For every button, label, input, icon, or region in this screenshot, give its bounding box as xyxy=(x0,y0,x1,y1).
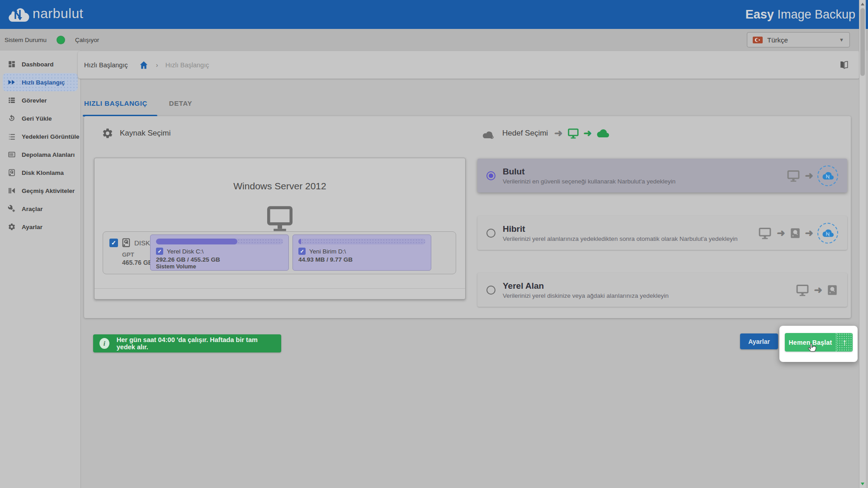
sidebar-item-geri-yukle[interactable]: Geri Yükle xyxy=(0,109,80,127)
sidebar-item-hizli-baslangic[interactable]: Hızlı Başlangıç xyxy=(3,73,78,91)
target-option-yerel-alan[interactable]: Yerel Alan Verilerinizi yerel diskinize … xyxy=(477,273,847,307)
sidebar-item-label: Ayarlar xyxy=(22,224,42,230)
scroll-down-arrow-icon[interactable] xyxy=(861,483,864,485)
volume-checkbox[interactable]: ✓ xyxy=(298,248,306,255)
breadcrumb-page-title: Hızlı Başlangıç xyxy=(84,61,128,69)
server-monitor-icon xyxy=(263,203,297,233)
sidebar-item-depolama-alanlari[interactable]: Depolama Alanları xyxy=(0,145,80,164)
sidebar-item-ayarlar[interactable]: Ayarlar xyxy=(0,218,80,236)
hdd-icon xyxy=(826,284,838,296)
breadcrumb-chevron-icon: › xyxy=(156,61,158,69)
sidebar-item-label: Görevler xyxy=(22,97,47,104)
arrow-right-icon: ➜ xyxy=(554,127,562,139)
settings-gear-icon xyxy=(7,222,16,231)
scrollbar-thumb[interactable] xyxy=(860,8,865,76)
cloud-sync-icon xyxy=(481,127,496,139)
turkish-flag-icon xyxy=(753,37,763,43)
start-now-button[interactable]: Hemen Başlat ↑ xyxy=(785,333,853,352)
volume-usage-text: 44.93 MB / 9.77 GB xyxy=(298,256,425,263)
restore-icon xyxy=(7,114,16,123)
sidebar-item-label: Hızlı Başlangıç xyxy=(22,79,65,86)
narbulut-cloud-logo-icon xyxy=(6,5,30,24)
product-title: Easy Image Backup xyxy=(745,8,855,22)
volume-usage-fill xyxy=(298,239,301,244)
tab-label: HIZLI BAŞLANGIÇ xyxy=(84,99,147,107)
target-option-hibrit[interactable]: Hibrit Verilerinizi yerel alanlarınıza y… xyxy=(477,216,847,250)
arrow-right-icon: ➜ xyxy=(814,284,822,296)
logo-text: narbulut xyxy=(33,6,83,21)
monitor-icon xyxy=(757,226,773,240)
tab-bar: HIZLI BAŞLANGIÇ DETAY xyxy=(84,95,214,113)
sidebar-item-label: Dashboard xyxy=(22,61,54,68)
scroll-up-arrow-icon[interactable] xyxy=(861,3,864,5)
option-title: Bulut xyxy=(503,167,675,177)
history-rewind-icon xyxy=(7,186,16,195)
tab-detay[interactable]: DETAY xyxy=(169,95,202,113)
language-select[interactable]: Türkçe ▼ xyxy=(747,32,850,47)
narbulut-cloud-badge-icon xyxy=(817,223,838,244)
system-status-value: Çalışıyor xyxy=(75,37,99,43)
sidebar-item-label: Geri Yükle xyxy=(22,115,52,122)
system-status-label: Sistem Durumu xyxy=(5,37,47,43)
target-flow-icons: ➜ ➜ xyxy=(554,127,610,139)
radio-selected-icon[interactable] xyxy=(486,171,495,180)
sidebar-item-araclar[interactable]: Araçlar xyxy=(0,200,80,218)
option-flow-icons: ➜ xyxy=(786,165,838,186)
chevron-down-icon: ▼ xyxy=(839,37,844,42)
source-selection-title: Kaynak Seçimi xyxy=(120,129,170,138)
volume-usage-track xyxy=(156,239,283,244)
vertical-scrollbar[interactable] xyxy=(859,0,866,488)
sidebar-item-label: Depolama Alanları xyxy=(22,151,75,158)
docs-book-icon[interactable] xyxy=(839,60,849,70)
volume-usage-fill xyxy=(156,239,237,244)
option-description: Verilerinizi yerel alanlarınıza yedekled… xyxy=(503,235,738,242)
volume-card-c[interactable]: ✓ Yerel Disk C:\ 292.26 GB / 455.25 GB S… xyxy=(150,235,289,271)
cursor-hand-icon xyxy=(807,342,818,355)
volume-usage-track xyxy=(298,239,425,244)
app-bar: narbulut Easy Image Backup xyxy=(0,0,868,29)
source-selection-header: Kaynak Seçimi xyxy=(102,127,170,139)
tab-hizli-baslangic[interactable]: HIZLI BAŞLANGIÇ xyxy=(84,95,157,113)
sidebar-item-disk-klonlama[interactable]: Disk Klonlama xyxy=(0,164,80,182)
product-title-bold: Easy xyxy=(745,8,774,21)
option-description: Verilerinizi en güvenli seçeneği kullana… xyxy=(503,178,675,185)
task-list-icon xyxy=(7,96,16,105)
quick-start-panel: Kaynak Seçimi Hedef Seçimi ➜ ➜ Windows S… xyxy=(84,116,851,318)
arrow-right-icon: ➜ xyxy=(805,227,813,239)
narbulut-cloud-badge-icon xyxy=(817,165,838,186)
sidebar-item-dashboard[interactable]: Dashboard xyxy=(0,55,80,73)
settings-button[interactable]: Ayarlar xyxy=(740,333,778,349)
radio-unselected-icon[interactable] xyxy=(486,229,495,238)
disk-icon xyxy=(7,168,16,177)
target-option-bulut[interactable]: Bulut Verilerinizi en güvenli seçeneği k… xyxy=(477,159,847,192)
storage-icon xyxy=(7,150,16,159)
option-flow-icons: ➜ ➜ xyxy=(757,223,838,244)
product-title-rest: Image Backup xyxy=(774,8,855,21)
volume-card-d[interactable]: ✓ Yeni Birim D:\ 44.93 MB / 9.77 GB xyxy=(292,235,431,271)
sidebar-item-label: Araçlar xyxy=(22,206,43,212)
breadcrumb: Hızlı Başlangıç › Hızlı Başlangıç xyxy=(78,51,860,79)
radio-unselected-icon[interactable] xyxy=(486,286,495,295)
info-icon: i xyxy=(99,338,109,349)
monitor-icon xyxy=(566,127,580,139)
volume-name: Yeni Birim D:\ xyxy=(309,248,346,255)
sidebar-item-gorevler[interactable]: Görevler xyxy=(0,91,80,109)
gear-icon xyxy=(102,127,113,139)
divider xyxy=(94,288,465,289)
sidebar-item-yedekleri-goruntule[interactable]: Yedekleri Görüntüle xyxy=(0,127,80,145)
volume-checkbox[interactable]: ✓ xyxy=(156,248,163,255)
fast-forward-icon xyxy=(7,78,16,87)
disk-partition-table: GPT xyxy=(122,251,154,258)
arrow-right-icon: ➜ xyxy=(777,227,785,239)
start-button-spotlight-card: Hemen Başlat ↑ xyxy=(779,326,858,362)
narbulut-logo: narbulut xyxy=(6,5,83,24)
status-bar: Sistem Durumu Çalışıyor Türkçe ▼ xyxy=(0,29,868,51)
sidebar-item-gecmis-aktiviteler[interactable]: Geçmiş Aktiviteler xyxy=(0,182,80,200)
disk-checkbox[interactable]: ✓ xyxy=(109,239,118,247)
volume-name: Yerel Disk C:\ xyxy=(167,248,203,255)
target-selection-header: Hedef Seçimi ➜ ➜ xyxy=(481,127,610,139)
machine-name: Windows Server 2012 xyxy=(94,181,465,192)
tab-label: DETAY xyxy=(169,99,192,107)
option-title: Yerel Alan xyxy=(503,281,669,291)
home-icon[interactable] xyxy=(139,60,149,70)
